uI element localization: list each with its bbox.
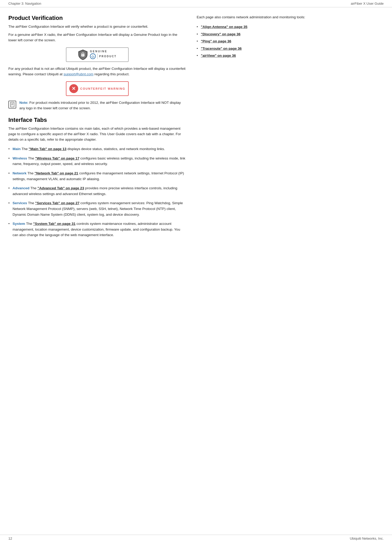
header-chapter: Chapter 3: Navigation bbox=[8, 2, 41, 5]
product-verification-para2: For a genuine airFiber X radio, the airF… bbox=[8, 32, 186, 43]
note-icon bbox=[8, 101, 16, 109]
left-column: Product Verification The airFiber Config… bbox=[8, 15, 186, 241]
right-link-item-3: "Traceroute" on page 36 bbox=[197, 45, 384, 52]
right-link-item-2: "Ping" on page 36 bbox=[197, 38, 384, 45]
right-link-0[interactable]: "Align Antenna" on page 35 bbox=[201, 25, 247, 29]
note-content: For product models introduced prior to 2… bbox=[19, 101, 181, 110]
tab-name-services: Services bbox=[13, 201, 28, 205]
svg-point-3 bbox=[93, 55, 93, 56]
tab-list-item-services: Services The "Services Tab" on page 27 c… bbox=[8, 199, 186, 218]
tab-list-item-main: Main The "Main Tab" on page 13 displays … bbox=[8, 145, 186, 153]
interface-tabs-para: The airFiber Configuration Interface con… bbox=[8, 126, 186, 142]
tab-desc-advanced: The bbox=[30, 186, 37, 190]
product-verification-para3: For any product that is not an official … bbox=[8, 66, 186, 77]
right-link-3[interactable]: "Traceroute" on page 36 bbox=[201, 47, 242, 50]
tab-link-main[interactable]: "Main Tab" on page 13 bbox=[29, 147, 67, 151]
right-link-2[interactable]: "Ping" on page 36 bbox=[201, 39, 231, 43]
tab-link-services[interactable]: "Services Tab" on page 27 bbox=[35, 201, 79, 205]
tab-list-item-wireless: Wireless The "Wireless Tab" on page 17 c… bbox=[8, 155, 186, 168]
tab-link-advanced[interactable]: "Advanced Tab" on page 23 bbox=[37, 186, 84, 190]
counterfeit-label: COUNTERFEIT WARNING bbox=[80, 87, 125, 90]
genuine-product-image-wrapper: GENUINE PRODUCT bbox=[8, 47, 186, 62]
interface-tabs-heading: Interface Tabs bbox=[8, 117, 186, 123]
genuine-product-image: GENUINE PRODUCT bbox=[66, 47, 129, 62]
note-label: Note: bbox=[19, 101, 29, 105]
tab-name-advanced: Advanced bbox=[13, 186, 30, 190]
header-guide: airFiber X User Guide bbox=[351, 2, 384, 5]
tab-list-item-system: System The "System Tab" on page 31 contr… bbox=[8, 220, 186, 239]
page-wrapper: Chapter 3: Navigation airFiber X User Gu… bbox=[0, 0, 392, 542]
right-link-4[interactable]: "airView" on page 36 bbox=[201, 54, 236, 58]
tab-name-main: Main bbox=[13, 147, 22, 151]
right-column: Each page also contains network administ… bbox=[197, 15, 384, 241]
footer-page: 12 bbox=[8, 537, 12, 540]
footer-bar: 12 Ubiquiti Networks, Inc. bbox=[0, 535, 392, 542]
svg-point-1 bbox=[83, 55, 83, 55]
right-intro: Each page also contains network administ… bbox=[197, 15, 384, 20]
genuine-product-label: PRODUCT bbox=[99, 55, 117, 58]
header-bar: Chapter 3: Navigation airFiber X User Gu… bbox=[0, 0, 392, 7]
tab-list: Main The "Main Tab" on page 13 displays … bbox=[8, 145, 186, 239]
right-link-list: "Align Antenna" on page 35"Discovery" on… bbox=[197, 23, 384, 59]
tab-link-network[interactable]: "Network Tab" on page 21 bbox=[35, 171, 78, 175]
tab-desc-network: The bbox=[27, 171, 35, 175]
tab-link-system[interactable]: "System Tab" on page 31 bbox=[33, 222, 76, 226]
tab-desc-system: The bbox=[26, 222, 33, 226]
counterfeit-x-icon: ✕ bbox=[69, 84, 78, 93]
svg-point-2 bbox=[90, 54, 95, 59]
right-link-item-0: "Align Antenna" on page 35 bbox=[197, 23, 384, 31]
tab-list-item-advanced: Advanced The "Advanced Tab" on page 23 p… bbox=[8, 184, 186, 198]
right-link-1[interactable]: "Discovery" on page 36 bbox=[201, 32, 241, 36]
tab-name-wireless: Wireless bbox=[13, 156, 28, 160]
counterfeit-image-wrapper: ✕ COUNTERFEIT WARNING bbox=[8, 81, 186, 96]
note-box: Note: For product models introduced prio… bbox=[8, 100, 186, 111]
right-link-item-4: "airView" on page 36 bbox=[197, 52, 384, 59]
genuine-label: GENUINE bbox=[90, 50, 107, 53]
content-area: Product Verification The airFiber Config… bbox=[0, 7, 392, 256]
tab-name-system: System bbox=[13, 222, 26, 226]
product-verification-para1: The airFiber Configuration Interface wil… bbox=[8, 24, 186, 30]
document-icon bbox=[10, 102, 15, 107]
ubiquiti-logo-icon bbox=[90, 53, 96, 59]
tab-name-network: Network bbox=[13, 171, 27, 175]
note-text: Note: For product models introduced prio… bbox=[19, 100, 186, 111]
product-verification-heading: Product Verification bbox=[8, 15, 186, 21]
right-link-item-1: "Discovery" on page 36 bbox=[197, 31, 384, 38]
tab-desc-services: The bbox=[28, 201, 35, 205]
tab-suffix-main: displays device status, statistics, and … bbox=[66, 147, 165, 151]
footer-company: Ubiquiti Networks, Inc. bbox=[350, 537, 384, 540]
tab-desc-main: The bbox=[22, 147, 29, 151]
shield-icon bbox=[78, 49, 88, 60]
tab-desc-wireless: The bbox=[28, 156, 35, 160]
tab-list-item-network: Network The "Network Tab" on page 21 con… bbox=[8, 169, 186, 183]
counterfeit-image: ✕ COUNTERFEIT WARNING bbox=[66, 81, 129, 96]
tab-link-wireless[interactable]: "Wireless Tab" on page 17 bbox=[35, 156, 79, 160]
svg-rect-4 bbox=[10, 102, 14, 107]
support-email-link[interactable]: support@ubnt.com bbox=[64, 72, 93, 76]
